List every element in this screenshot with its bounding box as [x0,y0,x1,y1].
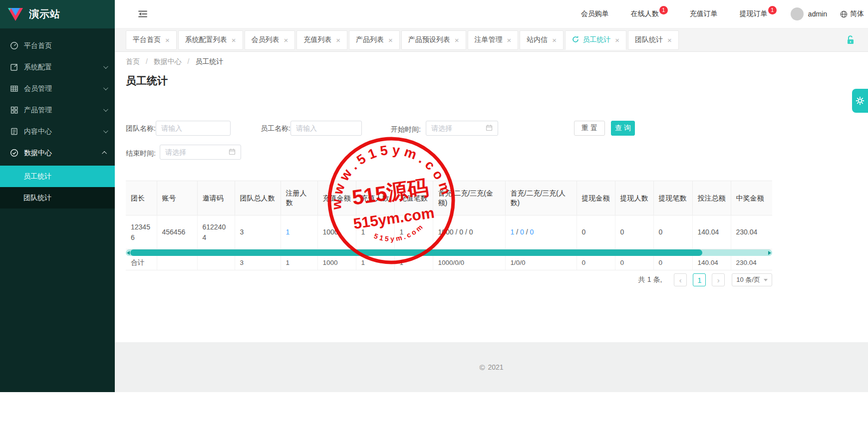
reset-button[interactable]: 重 置 [574,121,605,136]
next-page-button[interactable]: › [712,273,725,286]
sidebar-item-content-center[interactable]: 内容中心 [0,121,115,142]
page-size-select[interactable]: 10 条/页 [732,273,772,286]
cell-first-amounts: 1000 / 0 / 0 [433,216,505,249]
start-time-input[interactable] [431,124,483,132]
tab-product-preset-list[interactable]: 产品预设列表× [401,30,466,50]
close-icon[interactable]: × [284,36,289,44]
start-time-field-wrap [426,121,498,136]
globe-icon [840,10,848,18]
sidebar-subitem-staff-stats[interactable]: 员工统计 [0,166,115,187]
register-count-link[interactable]: 1 [286,228,290,236]
sidebar-item-platform-home[interactable]: 平台首页 [0,35,115,56]
sidebar-subitem-team-stats[interactable]: 团队统计 [0,187,115,209]
tab-staff-stats[interactable]: 员工统计× [565,30,626,50]
prev-page-button[interactable]: ‹ [674,273,687,286]
close-icon[interactable]: × [388,36,393,44]
col-header: 提现笔数 [653,181,692,216]
cell-bet-total: 140.04 [692,216,731,249]
close-icon[interactable]: × [667,36,672,44]
horizontal-scrollbar[interactable] [126,249,772,256]
scrollbar-thumb[interactable] [130,249,702,256]
page-1-button[interactable]: 1 [693,273,706,286]
topbar-withdraw-orders[interactable]: 提现订单1 [740,9,777,18]
avatar[interactable] [791,7,804,20]
calendar-icon[interactable] [229,148,236,157]
tab-site-message[interactable]: 站内信× [520,30,564,50]
tab-order-mgmt[interactable]: 注单管理× [468,30,519,50]
tab-team-stats[interactable]: 团队统计× [628,30,679,50]
staff-name-field-wrap [290,121,362,136]
col-header: 充值笔数 [394,181,433,216]
sidebar-item-member-mgmt[interactable]: 会员管理 [0,78,115,99]
grid-icon [10,106,18,114]
table-icon [10,84,18,93]
col-header: 充值金额 [317,181,356,216]
col-header: 账号 [157,181,197,216]
total-row: 合计 3 1 1000 1 1 1000/0/0 1/0/0 0 0 0 140… [126,256,772,270]
cell-register-count: 1 [281,216,317,249]
team-name-input[interactable] [161,124,225,132]
cell-first-counts: 1 / 0 / 0 [505,216,577,249]
sidebar-nav: 平台首页 系统配置 会员管理 产品管理 内容中心 [0,28,115,209]
sidebar: 演示站 平台首页 系统配置 会员管理 产品管理 [0,0,115,392]
main-content: 首页 / 数据中心 / 员工统计 员工统计 团队名称: 员工名称: 开始时间: [115,52,868,342]
staff-name-label: 员工名称: [261,121,290,134]
first-count-link[interactable]: 1 [511,228,515,236]
page-title: 员工统计 [126,74,168,88]
scroll-right-icon[interactable] [768,251,771,255]
cell-withdraw-times: 0 [653,216,692,249]
staff-name-input[interactable] [296,124,356,132]
stats-table: 团长 账号 邀请码 团队总人数 注册人数 充值金额 充值人数 充值笔数 首充/二… [126,181,772,249]
settings-drawer-button[interactable] [852,89,868,113]
close-icon[interactable]: × [165,36,170,44]
sidebar-item-label: 产品管理 [24,106,52,115]
end-time-input[interactable] [165,148,226,156]
scroll-left-icon[interactable] [127,251,130,255]
query-button[interactable]: 查 询 [611,121,635,136]
second-count-link[interactable]: 0 [520,228,524,236]
close-icon[interactable]: × [507,36,512,44]
menu-fold-icon[interactable] [137,9,148,18]
topbar-right: 会员购单 在线人数1 充值订单 提现订单1 admin 简体 [559,7,864,20]
topbar-recharge-orders[interactable]: 充值订单 [690,9,718,18]
team-name-field-wrap [156,121,231,136]
chevron-down-icon [103,128,108,133]
app-title: 演示站 [29,7,60,21]
tab-recharge-list[interactable]: 充值列表× [296,30,347,50]
close-icon[interactable]: × [615,36,619,44]
breadcrumb-home[interactable]: 首页 [126,57,140,65]
tab-member-list[interactable]: 会员列表× [245,30,295,50]
cell-account: 456456 [157,216,197,249]
close-icon[interactable]: × [232,36,236,44]
cell-recharge-users: 1 [356,216,394,249]
breadcrumb-current: 员工统计 [195,57,223,65]
unlock-icon[interactable] [846,35,855,46]
calendar-icon[interactable] [486,124,493,133]
sidebar-item-product-mgmt[interactable]: 产品管理 [0,99,115,121]
table-row: 123456 456456 6122404 3 1 1000 1 1 1000 … [126,216,772,249]
breadcrumb-section[interactable]: 数据中心 [154,57,182,65]
username[interactable]: admin [808,10,827,18]
dashboard-icon [10,41,18,50]
topbar-online-users[interactable]: 在线人数1 [631,9,668,18]
third-count-link[interactable]: 0 [530,228,534,236]
tab-system-config-list[interactable]: 系统配置列表× [178,30,243,50]
end-time-label: 结束时间: [126,145,160,159]
sidebar-item-data-center[interactable]: 数据中心 [0,142,115,164]
close-icon[interactable]: × [552,36,557,44]
close-icon[interactable]: × [455,36,459,44]
topbar-member-orders[interactable]: 会员购单 [581,9,609,18]
chevron-down-icon [103,64,108,69]
language-switcher[interactable]: 简体 [840,9,864,18]
logo-bar[interactable]: 演示站 [0,0,115,28]
total-label: 合计 [126,256,157,270]
gear-icon [855,96,865,106]
close-icon[interactable]: × [336,36,340,44]
col-header: 投注总额 [692,181,731,216]
refresh-icon[interactable] [572,36,579,44]
tab-product-list[interactable]: 产品列表× [349,30,400,50]
col-header: 充值人数 [356,181,394,216]
sidebar-item-system-config[interactable]: 系统配置 [0,56,115,78]
start-time-label: 开始时间: [391,121,426,135]
tab-platform-home[interactable]: 平台首页× [126,30,177,50]
